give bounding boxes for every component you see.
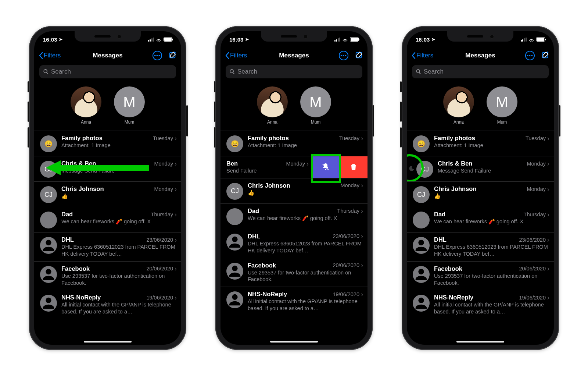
avatar [413,266,430,283]
conversation-row[interactable]: NHS-NoReply19/06/2020›All initial contac… [220,287,368,316]
cellular-icon [148,38,154,42]
chevron-right-icon: › [306,160,309,167]
search-field[interactable]: Search [226,65,362,78]
conv-date: Tuesday [153,135,173,141]
home-indicator[interactable] [456,341,504,343]
battery-icon [536,37,545,42]
pinned-contact-mum[interactable]: MMum [114,86,145,125]
back-button[interactable]: Filters [411,52,433,59]
avatar [443,86,474,117]
search-field[interactable]: Search [412,65,549,78]
conv-date: 20/06/2020 [333,262,359,268]
conv-date: 20/06/2020 [146,266,173,272]
more-button[interactable]: ••• [525,51,535,60]
conv-date: Monday [154,186,173,192]
chevron-right-icon: › [361,291,363,298]
moon-icon [408,164,415,173]
more-button[interactable]: ••• [153,51,162,60]
conv-name: DHL [434,236,519,243]
conversation-list[interactable]: 😄Family photosTuesday›Attachment: 1 Imag… [407,131,554,319]
back-button[interactable]: Filters [225,52,247,59]
avatar [413,237,430,254]
avatar [226,234,243,251]
chevron-right-icon: › [175,211,177,218]
swipe-action-mute[interactable] [312,156,340,178]
conversation-row-muted[interactable]: CJ Chris & BenMonday›Message Send Failur… [407,156,554,181]
conv-preview: Use 293537 for two-factor authentication… [248,269,363,283]
conversation-row[interactable]: Facebook20/06/2020›Use 293537 for two-fa… [34,261,181,290]
conversation-row[interactable]: NHS-NoReply19/06/2020›All initial contac… [407,290,554,319]
conversation-row[interactable]: Facebook20/06/2020›Use 293537 for two-fa… [407,261,554,290]
compose-button[interactable] [541,51,549,60]
conv-name: Dad [248,207,337,214]
conversation-row[interactable]: DHL23/06/2020›DHL Express 6360512023 fro… [407,232,554,261]
conversation-row[interactable]: Facebook20/06/2020›Use 293537 for two-fa… [220,258,368,287]
nav-bar: Filters Messages ••• [220,47,368,64]
conversation-row[interactable]: CJChris JohnsonMonday›👍 [220,178,368,203]
conv-preview: We can hear fireworks 🧨 going off. X [61,218,177,225]
conv-name: Dad [434,211,524,218]
chevron-right-icon: › [547,135,549,142]
pinned-contact-anna[interactable]: Anna [71,86,101,125]
compose-icon [541,51,549,59]
wifi-icon [342,37,348,42]
conversation-row[interactable]: 😄Family photosTuesday›Attachment: 1 Imag… [220,131,368,156]
conv-name: Facebook [248,262,333,269]
conversation-list[interactable]: 😄 Family photosTuesday›Attachment: 1 Ima… [34,131,181,319]
conv-date: Monday [286,161,305,167]
conversation-row[interactable]: NHS-NoReply19/06/2020›All initial contac… [34,290,181,319]
search-field[interactable]: Search [39,65,176,78]
conv-preview: DHL Express 6360512023 from PARCEL FROM … [434,244,549,258]
compose-button[interactable] [355,51,363,60]
avatar [40,295,57,312]
pinned-row: Anna MMum [34,78,181,131]
status-time: 16:03 [229,36,243,43]
conversation-row[interactable]: DadThursday›We can hear fireworks 🧨 goin… [407,207,554,232]
avatar [413,212,430,228]
conv-preview: Attachment: 1 Image [61,142,177,149]
conversation-row[interactable]: DadThursday›We can hear fireworks 🧨 goin… [220,203,368,229]
avatar [257,86,288,117]
chevron-right-icon: › [361,207,363,214]
conversation-row-swiped[interactable]: BenMonday› Send Failure [220,156,368,178]
conv-date: 19/06/2020 [519,295,546,301]
conv-date: 19/06/2020 [146,295,173,301]
avatar [413,295,430,312]
pinned-name: Anna [443,120,474,125]
conversation-list[interactable]: 😄Family photosTuesday›Attachment: 1 Imag… [220,131,368,316]
search-placeholder: Search [424,68,444,75]
conv-name: Ben [226,160,286,167]
more-button[interactable]: ••• [339,51,348,60]
conversation-row[interactable]: 😄 Family photosTuesday›Attachment: 1 Ima… [34,131,181,156]
conversation-row[interactable]: CJChris JohnsonMonday›👍 [407,181,554,207]
pinned-contact-mum[interactable]: MMum [487,86,517,125]
home-indicator[interactable] [270,341,318,343]
conv-date: 23/06/2020 [146,237,173,243]
home-indicator[interactable] [84,341,132,343]
chevron-left-icon [39,52,43,59]
compose-button[interactable] [169,51,177,60]
pinned-contact-mum[interactable]: MMum [300,86,331,125]
conversation-row[interactable]: DHL23/06/2020›DHL Express 6360512023 fro… [220,229,368,258]
pinned-contact-anna[interactable]: Anna [443,86,474,125]
conversation-row[interactable]: 😄Family photosTuesday›Attachment: 1 Imag… [407,131,554,156]
conv-name: Chris Johnson [248,182,340,189]
conversation-row[interactable]: DadThursday›We can hear fireworks 🧨 goin… [34,207,181,232]
conv-preview: 👍 [248,189,363,196]
pinned-name: Mum [487,120,517,125]
pinned-contact-anna[interactable]: Anna [257,86,288,125]
conv-date: 19/06/2020 [333,291,359,297]
battery-icon [350,37,359,42]
back-button[interactable]: Filters [39,52,61,59]
conversation-row[interactable]: CJ Chris & BenMonday›Message Send Failur… [34,156,181,181]
chevron-right-icon: › [547,237,549,243]
conversation-row[interactable]: CJ Chris JohnsonMonday›👍 [34,181,181,207]
avatar: M [487,86,517,117]
conv-name: Chris Johnson [434,185,527,192]
trash-icon [349,163,358,171]
conv-date: Thursday [337,208,359,214]
conv-date: Thursday [151,212,173,217]
conversation-row[interactable]: DHL23/06/2020›DHL Express 6360512023 fro… [34,232,181,261]
chevron-right-icon: › [175,265,177,272]
swipe-action-delete[interactable] [340,156,368,178]
